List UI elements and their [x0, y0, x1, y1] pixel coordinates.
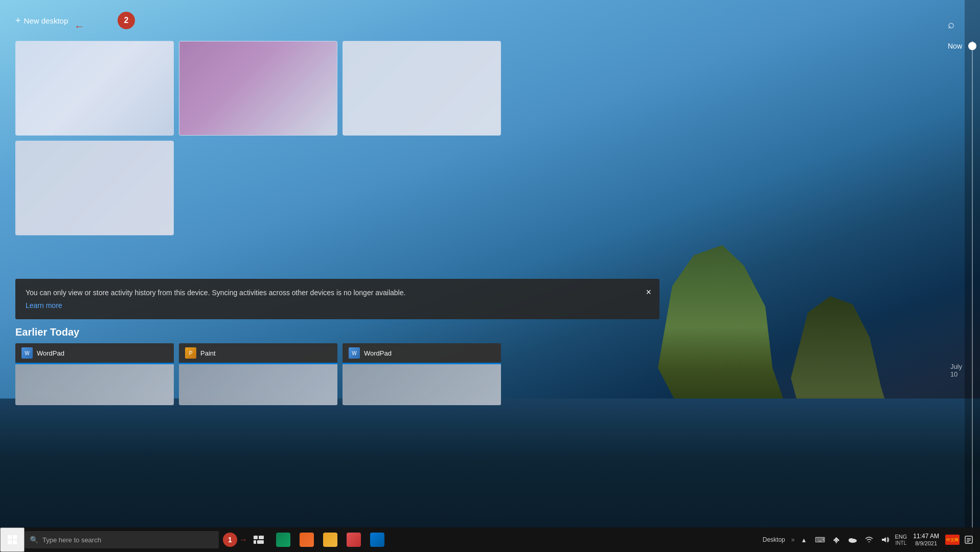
learn-more-link[interactable]: Learn more [26, 301, 62, 310]
plus-icon: + [15, 15, 21, 26]
step-2-badge: 2 [118, 12, 135, 29]
clock-time: 11:47 AM [913, 533, 939, 540]
windows-logo-icon [8, 535, 17, 544]
wordpad-icon-2: W [349, 347, 360, 359]
activity-thumb-2 [343, 364, 501, 405]
taskbar-search-icon: 🔍 [30, 536, 38, 544]
earlier-today-section: Earlier Today W WordPad P Paint W WordPa… [15, 326, 960, 405]
language-top: ENG [895, 534, 907, 540]
app-orange-icon [300, 533, 314, 547]
wordpad-label-1: WordPad [37, 349, 64, 357]
action-center-icon[interactable] [962, 533, 976, 547]
desktop-label[interactable]: Desktop [759, 536, 789, 543]
app-yellow-icon [323, 533, 337, 547]
thumbnail-3[interactable] [343, 41, 501, 136]
tray-volume-icon[interactable] [878, 533, 893, 547]
taskbar: 🔍 Type here to search 1 → [0, 527, 980, 552]
timeline-now-dot [968, 42, 976, 50]
svg-point-4 [836, 542, 837, 543]
app-red-icon [347, 533, 361, 547]
thumbnails-row-bottom [15, 141, 960, 235]
tray-overflow-icon[interactable]: ▴ [796, 533, 811, 547]
arrow-to-new-desktop: ← [74, 20, 84, 32]
clock-date: 8/9/2021 [915, 540, 937, 547]
taskbar-app-2[interactable] [319, 528, 341, 551]
activity-item-wordpad-1[interactable]: W WordPad [15, 343, 174, 405]
tray-keyboard-icon[interactable]: ⌨ [813, 533, 827, 547]
language-bottom: INTL [896, 540, 907, 546]
svg-rect-2 [254, 540, 256, 544]
ime-flag-icon[interactable]: 中文网 [945, 535, 960, 545]
thumbnails-row-top [15, 41, 960, 136]
tray-wifi-icon[interactable] [862, 533, 876, 547]
clock-area[interactable]: 11:47 AM 8/9/2021 [909, 533, 943, 547]
tray-network-icon[interactable] [829, 533, 844, 547]
activity-item-wordpad-2[interactable]: W WordPad [343, 343, 501, 405]
new-desktop-label: New desktop [24, 16, 69, 25]
svg-rect-9 [967, 538, 971, 539]
svg-rect-11 [967, 541, 969, 542]
taskbar-app-3[interactable] [343, 528, 365, 551]
activity-item-paint[interactable]: P Paint [179, 343, 337, 405]
activity-thumb-1 [15, 364, 174, 405]
activity-thumb-paint [179, 364, 337, 405]
thumbnail-2[interactable] [179, 41, 337, 136]
taskbar-pinned-apps [272, 528, 389, 551]
wordpad-label-2: WordPad [364, 349, 392, 357]
earlier-today-title: Earlier Today [15, 326, 960, 338]
start-button[interactable] [0, 527, 25, 552]
taskbar-app-4[interactable] [366, 528, 389, 551]
thumbnail-1[interactable] [15, 41, 174, 136]
svg-rect-10 [967, 540, 971, 541]
notification-message: You can only view or store activity hist… [26, 288, 649, 298]
system-tray: Desktop » ▴ ⌨ [759, 533, 980, 547]
new-desktop-button[interactable]: + New desktop [15, 15, 68, 26]
svg-rect-3 [257, 540, 264, 544]
desktop-overflow[interactable]: » [791, 536, 795, 543]
thumbnails-area [15, 41, 960, 235]
tray-onedrive-icon[interactable] [846, 533, 860, 547]
svg-point-6 [849, 538, 854, 541]
paint-icon: P [185, 347, 196, 359]
app-blue-icon [370, 533, 384, 547]
taskbar-app-edge[interactable] [272, 528, 294, 551]
notification-banner: You can only view or store activity hist… [15, 279, 659, 319]
paint-label: Paint [200, 349, 216, 357]
step-1-badge: 1 [223, 533, 237, 547]
task-view-button[interactable] [249, 531, 268, 549]
taskbar-search-bar[interactable]: 🔍 Type here to search [25, 531, 219, 548]
notification-close-button[interactable]: × [646, 287, 651, 298]
activity-items-list: W WordPad P Paint W WordPad [15, 343, 960, 405]
taskbar-search-placeholder: Type here to search [42, 536, 101, 544]
svg-rect-0 [254, 536, 258, 539]
language-indicator[interactable]: ENG INTL [895, 534, 907, 545]
timeline-line [972, 41, 973, 552]
timeline-search-icon[interactable]: ⌕ [948, 18, 954, 31]
timeline-panel: Now July 10 [965, 0, 980, 552]
thumbnail-4[interactable] [15, 141, 174, 235]
edge-icon [276, 533, 290, 547]
taskbar-app-1[interactable] [295, 528, 318, 551]
svg-marker-7 [882, 537, 886, 542]
wordpad-icon-1: W [21, 347, 33, 359]
arrow-to-taskview: → [239, 535, 247, 544]
svg-rect-1 [259, 536, 264, 539]
